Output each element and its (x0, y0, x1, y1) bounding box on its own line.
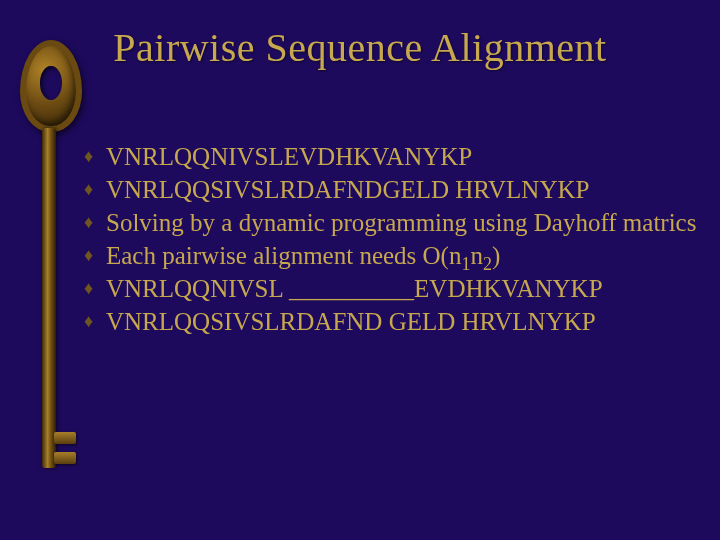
subscript: 2 (483, 254, 492, 274)
list-item-text: VNRLQQSIVSLRDAFND GELD HRVLNYKP (106, 305, 708, 338)
list-item: ♦ Solving by a dynamic programming using… (84, 206, 708, 239)
diamond-bullet-icon: ♦ (84, 272, 106, 304)
bullet-list: ♦ VNRLQQNIVSLEVDHKVANYKP ♦ VNRLQQSIVSLRD… (84, 140, 708, 338)
list-item-text: VNRLQQNIVSL __________EVDHKVANYKP (106, 272, 708, 305)
decorative-key (18, 40, 74, 500)
list-item-text: Solving by a dynamic programming using D… (106, 206, 708, 239)
diamond-bullet-icon: ♦ (84, 173, 106, 205)
list-item: ♦ Each pairwise alignment needs O(n1n2) (84, 239, 708, 272)
text-fragment: Each pairwise alignment needs O(n (106, 242, 461, 269)
list-item-text: VNRLQQNIVSLEVDHKVANYKP (106, 140, 708, 173)
list-item: ♦ VNRLQQSIVSLRDAFNDGELD HRVLNYKP (84, 173, 708, 206)
list-item: ♦ VNRLQQSIVSLRDAFND GELD HRVLNYKP (84, 305, 708, 338)
diamond-bullet-icon: ♦ (84, 305, 106, 337)
slide-title: Pairwise Sequence Alignment (0, 24, 720, 71)
list-item: ♦ VNRLQQNIVSL __________EVDHKVANYKP (84, 272, 708, 305)
list-item-text: VNRLQQSIVSLRDAFNDGELD HRVLNYKP (106, 173, 708, 206)
diamond-bullet-icon: ♦ (84, 206, 106, 238)
diamond-bullet-icon: ♦ (84, 239, 106, 271)
list-item: ♦ VNRLQQNIVSLEVDHKVANYKP (84, 140, 708, 173)
list-item-text: Each pairwise alignment needs O(n1n2) (106, 239, 708, 272)
text-fragment: n (470, 242, 483, 269)
diamond-bullet-icon: ♦ (84, 140, 106, 172)
text-fragment: ) (492, 242, 500, 269)
